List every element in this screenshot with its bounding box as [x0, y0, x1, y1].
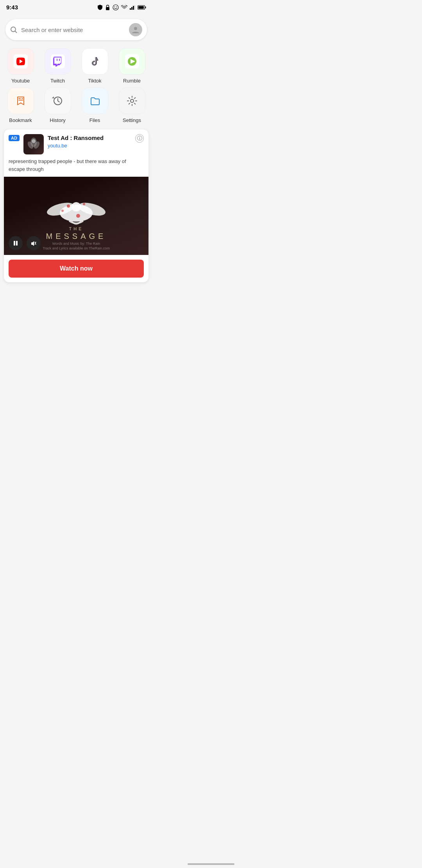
files-label: Files	[89, 117, 100, 123]
search-icon	[10, 26, 17, 33]
svg-rect-16	[59, 59, 60, 61]
svg-point-32	[67, 204, 70, 208]
svg-rect-18	[88, 54, 102, 68]
quick-item-rumble[interactable]: Rumble	[115, 48, 148, 84]
quick-item-settings[interactable]: Settings	[115, 88, 148, 123]
files-icon-box	[82, 88, 108, 114]
quick-access-row2: Bookmark History Files	[0, 88, 152, 123]
settings-icon-box	[119, 88, 145, 114]
svg-rect-7	[134, 5, 135, 10]
ad-card: AD Test Ad : Ransomed youtu.be ⓘ represe…	[4, 129, 148, 282]
svg-rect-0	[106, 7, 109, 10]
ad-video-watermark: Words and Music by: The RainTrack and Ly…	[43, 241, 110, 251]
bookmark-icon-box	[7, 88, 34, 114]
shield-icon	[97, 4, 103, 11]
twitch-icon-box	[45, 48, 71, 75]
svg-point-2	[114, 6, 115, 7]
bookmark-label: Bookmark	[9, 117, 32, 123]
ad-description: representing trapped people - but there …	[4, 158, 148, 177]
mute-button[interactable]	[27, 236, 41, 250]
ad-text: Test Ad : Ransomed youtu.be	[48, 134, 131, 149]
quick-item-files[interactable]: Files	[78, 88, 111, 123]
svg-rect-17	[57, 59, 57, 61]
svg-point-23	[131, 99, 134, 102]
ad-video-player[interactable]: THE MESSAGE Words and Music by: The Rain…	[4, 177, 148, 255]
status-bar: 9:43	[0, 0, 152, 13]
twitch-label: Twitch	[50, 78, 65, 84]
wifi-icon	[121, 5, 127, 10]
quick-item-tiktok[interactable]: Tiktok	[78, 48, 111, 84]
quick-access-row1: Youtube Twitch Tiktok	[0, 48, 152, 84]
youtube-label: Youtube	[11, 78, 30, 84]
svg-rect-15	[51, 54, 65, 68]
ad-thumbnail	[23, 134, 44, 154]
ad-title: Test Ad : Ransomed	[48, 134, 131, 142]
ad-badge: AD	[9, 135, 20, 141]
svg-point-1	[113, 5, 118, 10]
battery-icon	[138, 5, 146, 10]
svg-rect-6	[133, 6, 134, 10]
quick-item-youtube[interactable]: Youtube	[4, 48, 37, 84]
ad-video-the: THE	[4, 226, 148, 231]
svg-point-34	[76, 214, 80, 218]
ad-info-button[interactable]: ⓘ	[135, 134, 144, 143]
svg-point-31	[72, 202, 81, 212]
svg-rect-5	[131, 7, 132, 10]
avatar[interactable]	[129, 23, 142, 36]
lock-icon	[105, 4, 110, 11]
svg-point-11	[11, 27, 16, 32]
svg-point-35	[61, 210, 64, 212]
signal-icon	[130, 5, 135, 10]
svg-rect-37	[16, 241, 18, 246]
emoji-icon	[113, 4, 119, 11]
pause-button[interactable]	[9, 236, 23, 250]
quick-item-bookmark[interactable]: Bookmark	[4, 88, 37, 123]
search-bar[interactable]	[5, 19, 147, 40]
svg-point-12	[134, 27, 137, 30]
watch-now-button[interactable]: Watch now	[9, 260, 144, 278]
status-icons	[97, 4, 146, 11]
settings-label: Settings	[123, 117, 141, 123]
svg-rect-9	[145, 6, 146, 8]
svg-point-27	[32, 139, 36, 143]
rumble-icon-box	[119, 48, 145, 75]
ad-domain: youtu.be	[48, 143, 131, 149]
ad-video-controls	[9, 236, 41, 250]
search-input[interactable]	[21, 27, 129, 33]
rumble-label: Rumble	[123, 78, 141, 84]
ad-header: AD Test Ad : Ransomed youtu.be ⓘ	[4, 129, 148, 158]
status-time: 9:43	[6, 4, 18, 11]
svg-point-33	[83, 203, 85, 205]
svg-rect-10	[138, 6, 144, 9]
history-icon-box	[45, 88, 71, 114]
tiktok-label: Tiktok	[88, 78, 101, 84]
svg-rect-36	[14, 241, 15, 246]
tiktok-icon-box	[82, 48, 108, 75]
youtube-icon-box	[7, 48, 34, 75]
history-label: History	[50, 117, 65, 123]
quick-item-twitch[interactable]: Twitch	[41, 48, 74, 84]
svg-rect-4	[130, 8, 131, 10]
svg-point-3	[116, 6, 117, 7]
quick-item-history[interactable]: History	[41, 88, 74, 123]
